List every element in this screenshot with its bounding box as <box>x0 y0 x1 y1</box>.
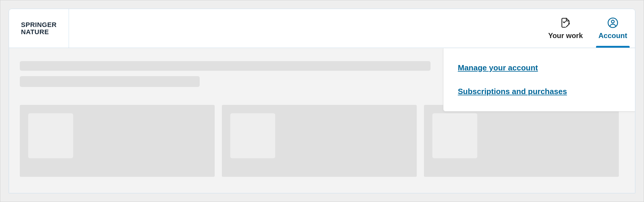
skeleton-card <box>424 105 619 177</box>
brand-logo[interactable]: Springer Nature <box>9 9 69 48</box>
nav-account[interactable]: Account <box>591 9 635 48</box>
skeleton-card <box>20 105 215 177</box>
account-dropdown: Manage your account Subscriptions and pu… <box>443 48 635 111</box>
skeleton-thumb <box>230 113 275 158</box>
svg-point-1 <box>611 20 614 23</box>
menu-subscriptions[interactable]: Subscriptions and purchases <box>458 87 567 96</box>
app-frame: Springer Nature Your work <box>0 0 644 202</box>
header-spacer <box>69 9 540 48</box>
skeleton-thumb <box>432 113 477 158</box>
nav-label-account: Account <box>598 31 627 40</box>
skeleton-card-row <box>20 105 624 177</box>
skeleton-thumb <box>28 113 73 158</box>
brand-logo-text: Springer Nature <box>21 21 57 35</box>
skeleton-card <box>222 105 417 177</box>
document-edit-icon <box>560 17 571 28</box>
header-bar: Springer Nature Your work <box>9 9 635 48</box>
main-panel: Springer Nature Your work <box>9 9 635 193</box>
brand-line-2: Nature <box>21 28 49 36</box>
user-circle-icon <box>607 17 619 28</box>
brand-line-1: Springer <box>21 21 57 28</box>
skeleton-subtitle <box>20 76 200 87</box>
menu-manage-account[interactable]: Manage your account <box>458 63 538 73</box>
nav-your-work[interactable]: Your work <box>540 9 591 48</box>
nav-label-your-work: Your work <box>548 31 583 40</box>
skeleton-title <box>20 61 431 71</box>
